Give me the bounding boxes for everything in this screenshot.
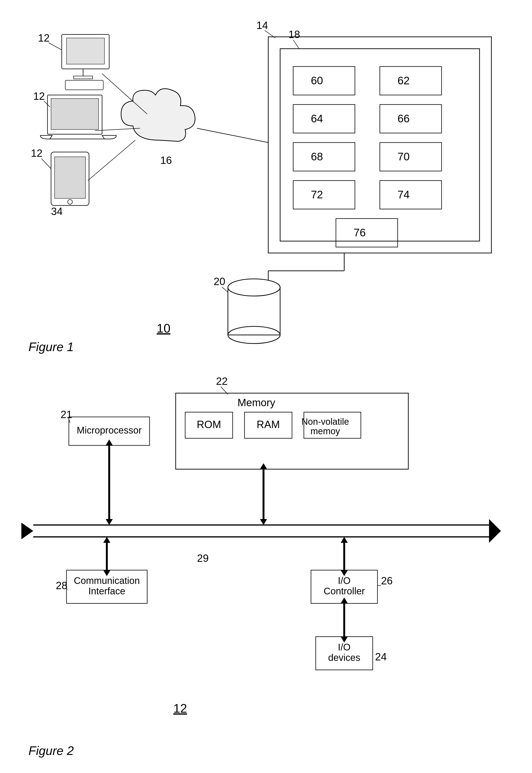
svg-text:74: 74 [397, 188, 410, 201]
svg-text:66: 66 [397, 112, 410, 125]
svg-text:Microprocessor: Microprocessor [77, 425, 141, 436]
svg-text:Communication: Communication [74, 575, 140, 586]
svg-text:12: 12 [31, 147, 42, 159]
svg-text:12: 12 [173, 702, 187, 715]
svg-rect-38 [66, 38, 104, 64]
svg-rect-22 [336, 218, 398, 247]
svg-text:14: 14 [256, 19, 268, 31]
svg-text:76: 76 [353, 226, 366, 239]
svg-text:22: 22 [216, 375, 228, 387]
svg-marker-103 [341, 598, 348, 603]
svg-text:RAM: RAM [257, 419, 280, 430]
svg-text:Interface: Interface [88, 586, 125, 596]
svg-text:12: 12 [33, 90, 45, 102]
svg-line-31 [222, 287, 228, 292]
svg-text:Controller: Controller [324, 586, 365, 596]
svg-text:memoy: memoy [311, 426, 340, 436]
svg-text:28: 28 [56, 580, 67, 591]
svg-text:16: 16 [160, 154, 172, 166]
svg-text:12: 12 [38, 32, 50, 44]
svg-rect-8 [380, 66, 442, 95]
svg-rect-4 [268, 37, 491, 253]
svg-text:34: 34 [51, 205, 63, 217]
svg-text:26: 26 [381, 575, 393, 587]
svg-rect-44 [47, 95, 102, 134]
svg-marker-78 [260, 519, 267, 525]
figure1-caption: Figure 1 [28, 340, 74, 354]
svg-rect-45 [51, 99, 99, 129]
figure2-svg: 22 Memory ROM RAM Non-volatile memoy Mic… [14, 370, 513, 763]
svg-rect-16 [380, 142, 442, 171]
svg-rect-40 [74, 76, 93, 79]
svg-rect-37 [62, 34, 109, 69]
svg-rect-41 [65, 80, 103, 90]
svg-rect-5 [280, 49, 480, 241]
svg-text:24: 24 [375, 651, 387, 663]
svg-rect-49 [55, 157, 85, 198]
svg-marker-72 [21, 523, 33, 539]
svg-line-1 [265, 30, 275, 38]
svg-line-3 [293, 40, 299, 49]
page: 14 18 60 62 64 66 68 70 [0, 0, 532, 773]
svg-text:devices: devices [328, 652, 360, 663]
svg-line-34 [102, 74, 147, 114]
svg-line-35 [95, 128, 140, 131]
svg-marker-87 [103, 537, 110, 543]
svg-text:Memory: Memory [238, 397, 275, 409]
svg-text:18: 18 [288, 28, 300, 40]
svg-text:62: 62 [397, 74, 410, 87]
svg-text:10: 10 [157, 321, 170, 335]
svg-line-43 [49, 43, 62, 50]
figure1-area: 14 18 60 62 64 66 68 70 [14, 14, 513, 359]
svg-rect-12 [380, 104, 442, 133]
svg-text:72: 72 [311, 188, 323, 201]
svg-marker-73 [489, 519, 501, 543]
svg-rect-10 [293, 104, 355, 133]
svg-text:20: 20 [214, 275, 225, 287]
svg-line-36 [88, 140, 135, 180]
figure1-svg: 14 18 60 62 64 66 68 70 [14, 14, 513, 359]
svg-rect-14 [293, 142, 355, 171]
svg-text:60: 60 [311, 74, 323, 87]
svg-rect-20 [380, 180, 442, 209]
svg-marker-95 [341, 537, 348, 543]
svg-rect-27 [228, 287, 280, 335]
svg-marker-75 [106, 519, 113, 525]
svg-rect-48 [51, 152, 89, 205]
figure2-area: 22 Memory ROM RAM Non-volatile memoy Mic… [14, 370, 513, 763]
svg-marker-76 [106, 440, 113, 446]
svg-point-28 [228, 279, 280, 296]
svg-rect-6 [293, 66, 355, 95]
svg-text:21: 21 [61, 409, 72, 420]
svg-text:68: 68 [311, 150, 323, 163]
svg-line-33 [197, 128, 268, 142]
svg-text:29: 29 [197, 552, 209, 564]
svg-point-29 [228, 326, 280, 343]
svg-text:ROM: ROM [197, 419, 221, 430]
svg-text:I/O: I/O [338, 575, 350, 586]
svg-line-69 [69, 420, 70, 423]
svg-line-52 [42, 159, 51, 169]
svg-rect-18 [293, 180, 355, 209]
svg-text:64: 64 [311, 112, 323, 125]
svg-point-50 [68, 199, 72, 204]
svg-text:I/O: I/O [338, 642, 350, 652]
figure2-caption: Figure 2 [28, 744, 74, 758]
svg-marker-79 [260, 463, 267, 469]
svg-line-47 [44, 101, 50, 107]
svg-text:70: 70 [397, 150, 410, 163]
svg-text:Non-volatile: Non-volatile [301, 417, 349, 427]
